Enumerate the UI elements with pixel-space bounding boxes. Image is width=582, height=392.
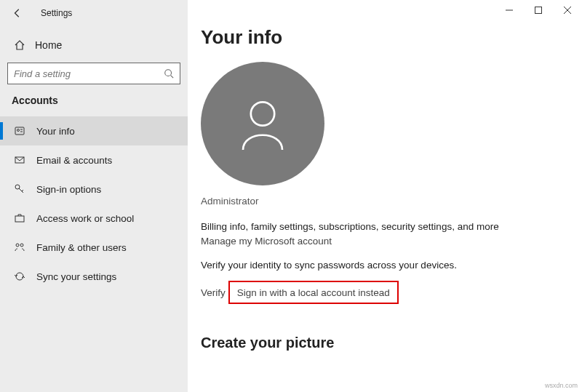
search-icon — [164, 68, 174, 79]
close-button[interactable] — [553, 0, 582, 20]
highlight-box: Sign in with a local account instead — [228, 281, 399, 304]
avatar — [201, 62, 324, 185]
home-button[interactable]: Home — [0, 32, 188, 58]
app-title: Settings — [41, 8, 72, 18]
content: Your info Administrator Billing info, fa… — [188, 26, 582, 392]
verify-desc: Verify your identity to sync passwords a… — [201, 260, 582, 271]
svg-point-2 — [17, 129, 20, 132]
role-text: Administrator — [201, 196, 582, 207]
local-account-link[interactable]: Sign in with a local account instead — [237, 287, 390, 298]
sidebar: Settings Home Accounts Your info Email &… — [0, 0, 188, 392]
window-controls — [188, 0, 582, 26]
sidebar-item-sign-in[interactable]: Sign-in options — [0, 175, 188, 204]
create-picture-title: Create your picture — [201, 335, 582, 351]
sidebar-item-label: Email & accounts — [36, 155, 112, 166]
sidebar-item-label: Access work or school — [36, 213, 134, 224]
arrow-left-icon — [12, 8, 23, 18]
close-icon — [564, 7, 571, 14]
svg-rect-5 — [15, 216, 24, 222]
sidebar-item-label: Sync your settings — [36, 271, 116, 282]
maximize-icon — [535, 7, 542, 14]
sidebar-item-label: Family & other users — [36, 242, 127, 253]
billing-desc: Billing info, family settings, subscript… — [201, 221, 582, 232]
svg-rect-8 — [535, 7, 542, 14]
nav-list: Your info Email & accounts Sign-in optio… — [0, 116, 188, 291]
minimize-icon — [506, 7, 513, 14]
sidebar-item-family[interactable]: Family & other users — [0, 233, 188, 262]
page-title: Your info — [201, 26, 582, 49]
search-box[interactable] — [7, 63, 180, 84]
main-area: Your info Administrator Billing info, fa… — [188, 0, 582, 392]
minimize-button[interactable] — [495, 0, 524, 20]
svg-rect-1 — [15, 127, 24, 135]
search-input[interactable] — [14, 68, 164, 79]
your-info-icon — [12, 125, 28, 137]
topbar: Settings — [0, 0, 188, 26]
briefcase-icon — [12, 212, 28, 224]
sidebar-item-label: Sign-in options — [36, 184, 101, 195]
section-title: Accounts — [0, 95, 188, 106]
home-icon — [12, 39, 28, 51]
sidebar-item-your-info[interactable]: Your info — [0, 116, 188, 145]
maximize-button[interactable] — [524, 0, 553, 20]
back-button[interactable] — [7, 3, 28, 23]
watermark: wsxdn.com — [545, 382, 578, 389]
sidebar-item-work-school[interactable]: Access work or school — [0, 204, 188, 233]
sync-icon — [12, 271, 28, 282]
sidebar-item-label: Your info — [36, 126, 75, 137]
manage-account-link[interactable]: Manage my Microsoft account — [201, 236, 332, 247]
svg-point-6 — [16, 244, 19, 247]
family-icon — [12, 241, 28, 253]
home-label: Home — [35, 39, 62, 51]
svg-point-7 — [20, 244, 23, 247]
svg-point-0 — [165, 70, 172, 76]
verify-link[interactable]: Verify — [201, 287, 226, 298]
key-icon — [12, 183, 28, 195]
svg-point-9 — [251, 102, 274, 125]
email-icon — [12, 154, 28, 166]
sidebar-item-sync[interactable]: Sync your settings — [0, 262, 188, 291]
sidebar-item-email[interactable]: Email & accounts — [0, 145, 188, 175]
person-icon — [230, 91, 295, 156]
